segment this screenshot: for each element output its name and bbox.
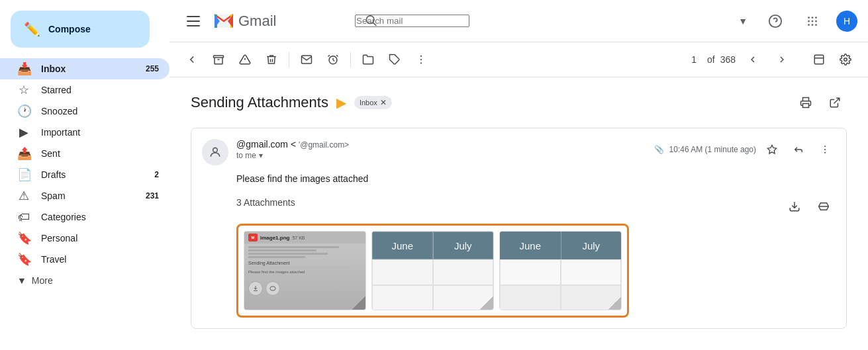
starred-icon: ☆ <box>17 83 30 97</box>
attachment-1-size: 57 KB <box>292 236 305 240</box>
message-text: Please find the images attached <box>236 173 836 184</box>
compose-button[interactable]: ✏️ Compose <box>11 11 150 48</box>
message-to[interactable]: to me ▾ <box>236 151 646 160</box>
spam-icon: ⚠ <box>17 189 30 203</box>
help-button[interactable] <box>762 8 789 34</box>
svg-point-34 <box>213 148 218 152</box>
message-body: Please find the images attached <box>202 173 836 184</box>
svg-point-13 <box>808 24 810 26</box>
next-email-button[interactable] <box>770 48 794 71</box>
reply-message-button[interactable] <box>788 139 809 160</box>
move-to-button[interactable] <box>356 48 380 71</box>
message-header: @gmail.com < '@gmail.com> to me ▾ 📎 <box>202 139 836 165</box>
personal-icon: 🔖 <box>17 231 30 245</box>
sender-avatar <box>202 139 228 165</box>
pagination-current: 1 <box>691 54 697 65</box>
compose-label: Compose <box>48 24 91 34</box>
svg-point-31 <box>844 58 847 62</box>
sidebar-item-starred[interactable]: ☆ Starred <box>0 79 169 101</box>
attachment-1[interactable]: M image1.png 57 KB <box>244 231 366 310</box>
print-button[interactable] <box>794 91 818 114</box>
sidebar-item-label: Categories <box>41 212 86 222</box>
delete-button[interactable] <box>260 48 283 71</box>
settings-button[interactable] <box>834 48 857 71</box>
topbar: Gmail ▼ H <box>169 0 868 42</box>
sidebar-item-more[interactable]: ▼ More <box>0 270 169 291</box>
report-spam-button[interactable] <box>233 48 257 71</box>
toolbar-separator-1 <box>289 52 289 67</box>
email-subject-row: Sending Attachments ▶ Inbox ✕ <box>191 91 847 114</box>
svg-point-27 <box>420 59 422 60</box>
svg-point-7 <box>808 17 810 19</box>
email-header-actions <box>794 91 847 114</box>
back-button[interactable] <box>180 48 204 71</box>
open-in-new-button[interactable] <box>823 91 847 114</box>
more-actions-button[interactable] <box>409 48 433 71</box>
important-icon: ▶ <box>17 125 30 140</box>
svg-point-28 <box>420 62 422 64</box>
email-message: @gmail.com < '@gmail.com> to me ▾ 📎 <box>191 128 847 329</box>
svg-point-15 <box>815 24 817 26</box>
hamburger-button[interactable] <box>180 8 207 34</box>
pagination-total: 368 <box>720 54 736 65</box>
archive-button[interactable] <box>207 48 230 71</box>
svg-rect-32 <box>803 104 809 108</box>
pagination: 1 of 368 <box>691 48 794 71</box>
sidebar-item-personal[interactable]: 🔖 Personal <box>0 228 169 249</box>
svg-point-26 <box>420 56 422 57</box>
sidebar-item-label: Spam <box>41 191 66 201</box>
svg-point-8 <box>812 17 814 19</box>
search-bar: ▼ <box>355 15 757 27</box>
svg-marker-35 <box>767 145 776 153</box>
spam-count: 231 <box>146 191 159 200</box>
sent-icon: 📤 <box>17 146 30 161</box>
svg-line-4 <box>373 22 377 26</box>
svg-point-11 <box>812 20 814 22</box>
apps-button[interactable] <box>799 8 826 34</box>
drafts-count: 2 <box>154 170 159 179</box>
email-thread: Sending Attachments ▶ Inbox ✕ <box>169 77 868 350</box>
sidebar-item-snoozed[interactable]: 🕐 Snoozed <box>0 101 169 122</box>
svg-point-36 <box>824 146 826 147</box>
sidebar-item-label: Personal <box>41 233 77 243</box>
svg-point-14 <box>812 24 814 26</box>
calendar-header-3: June July <box>500 232 621 259</box>
remove-label-icon[interactable]: ✕ <box>380 98 387 107</box>
compose-icon: ✏️ <box>24 21 40 37</box>
view-buttons <box>807 48 857 71</box>
sidebar-item-spam[interactable]: ⚠ Spam 231 <box>0 185 169 206</box>
message-time: 📎 10:46 AM (1 minute ago) <box>654 139 836 160</box>
attachment-3[interactable]: June July <box>499 231 622 310</box>
view-split-button[interactable] <box>807 48 831 71</box>
sidebar-item-travel[interactable]: 🔖 Travel <box>0 249 169 270</box>
svg-point-38 <box>824 152 826 153</box>
sidebar-item-important[interactable]: ▶ Important <box>0 122 169 143</box>
july-header-3: July <box>561 232 622 259</box>
user-avatar[interactable]: H <box>836 11 857 32</box>
sender-info: @gmail.com < '@gmail.com> to me ▾ <box>236 139 646 160</box>
sidebar-item-sent[interactable]: 📤 Sent <box>0 143 169 164</box>
attachments-label: 3 Attachments <box>236 197 295 208</box>
sidebar-item-label: Sent <box>41 148 60 159</box>
mark-unread-button[interactable] <box>295 48 318 71</box>
sidebar-item-inbox[interactable]: 📥 Inbox 255 <box>0 58 169 79</box>
attachment-2[interactable]: June July <box>371 231 494 310</box>
inbox-label-tag[interactable]: Inbox ✕ <box>354 96 392 109</box>
save-to-drive-button[interactable] <box>812 195 836 218</box>
sidebar-item-label: Important <box>41 127 80 138</box>
topbar-left: Gmail <box>180 8 350 34</box>
pagination-of: of <box>707 54 715 65</box>
sidebar-item-drafts[interactable]: 📄 Drafts 2 <box>0 164 169 185</box>
sidebar-item-categories[interactable]: 🏷 Categories <box>0 206 169 228</box>
search-dropdown-icon[interactable]: ▼ <box>738 16 747 26</box>
download-all-button[interactable] <box>783 195 806 218</box>
snooze-button[interactable] <box>321 48 345 71</box>
sidebar-item-label: Inbox <box>41 64 66 74</box>
star-message-button[interactable] <box>761 139 783 160</box>
labels-button[interactable] <box>383 48 407 71</box>
prev-email-button[interactable] <box>741 48 765 71</box>
more-message-button[interactable] <box>814 139 836 160</box>
drafts-icon: 📄 <box>17 167 30 182</box>
more-label: More <box>32 275 53 286</box>
important-icon: ▶ <box>336 95 346 110</box>
